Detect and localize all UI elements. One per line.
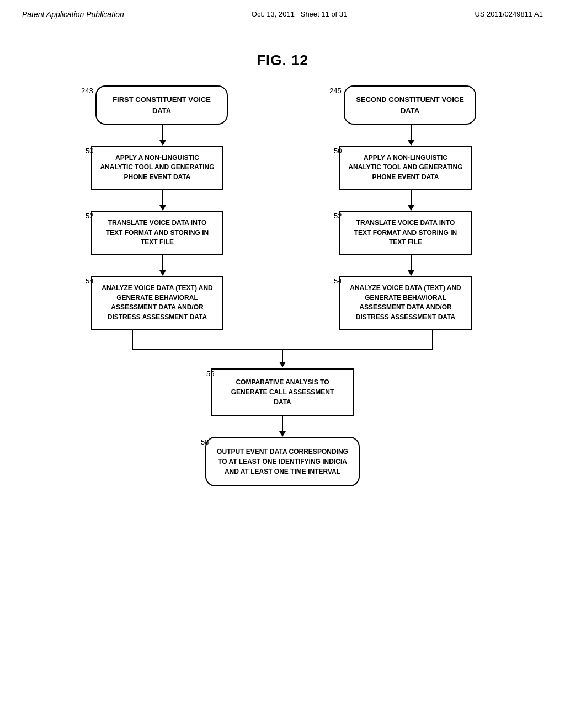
col1-step2-label: 52 [86,212,93,220]
patent-number: US 2011/0249811 A1 [475,10,543,18]
col1-step1-box: APPLY A NON-LINGUISTIC ANALYTIC TOOL AND… [91,146,223,190]
date-sheet: Oct. 13, 2011 Sheet 11 of 31 [252,10,347,18]
svg-marker-5 [279,362,286,367]
page-header: Patent Application Publication Oct. 13, … [0,0,565,19]
col2-step1-label: 50 [334,147,342,155]
col2-step3-label: 54 [334,277,342,285]
col1-step3-box: ANALYZE VOICE DATA (TEXT) AND GENERATE B… [91,276,223,330]
col2-label: 245 [329,87,342,95]
first-voice-data-box: FIRST CONSTITUENT VOICE DATA [95,85,228,125]
col1-step3-label: 54 [86,277,93,285]
col2-step1-box: APPLY A NON-LINGUISTIC ANALYTIC TOOL AND… [339,146,472,190]
col2-step2-box: TRANSLATE VOICE DATA INTO TEXT FORMAT AN… [339,211,472,255]
step4-box: COMPARATIVE ANALYSIS TO GENERATE CALL AS… [211,368,354,416]
sheet-info: Sheet 11 of 31 [301,10,348,18]
second-voice-data-box: SECOND CONSTITUENT VOICE DATA [344,85,476,125]
col1-label: 243 [81,87,93,95]
merge-arrows [34,330,531,368]
date: Oct. 13, 2011 [252,10,295,18]
col1-step1-label: 50 [86,147,93,155]
step4-label: 56 [206,370,214,378]
col1-step2-box: TRANSLATE VOICE DATA INTO TEXT FORMAT AN… [91,211,223,255]
col2-step3-box: ANALYZE VOICE DATA (TEXT) AND GENERATE B… [339,276,472,330]
step5-box: OUTPUT EVENT DATA CORRESPONDING TO AT LE… [205,437,360,486]
step5-label: 58 [201,438,209,446]
col2-step2-label: 52 [334,212,342,220]
publication-label: Patent Application Publication [22,10,124,19]
figure-title: FIG. 12 [0,52,565,69]
